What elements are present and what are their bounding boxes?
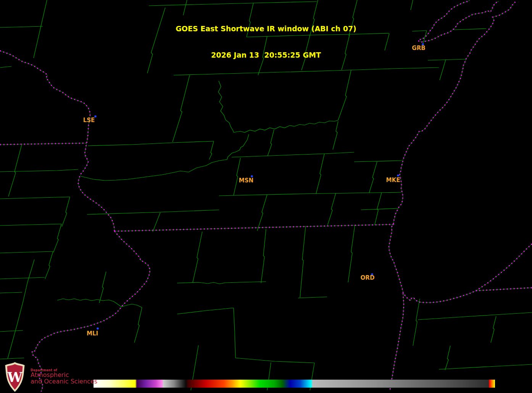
title-line1: GOES East Shortwave IR window (ABI ch 07…: [0, 24, 532, 33]
map-boundary-line: [257, 195, 267, 231]
station-marker-mli: MLI: [87, 327, 99, 337]
map-boundary-line: [338, 70, 351, 120]
map-boundary-line: [193, 232, 202, 282]
station-label: MSN: [239, 177, 253, 184]
map-boundary-line: [81, 134, 249, 180]
map-boundary-line: [348, 225, 355, 282]
map-boundary-line: [0, 51, 114, 231]
svg-text:W: W: [7, 369, 23, 385]
map-boundary-line: [298, 297, 327, 298]
map-boundary-line: [0, 277, 45, 279]
station-dot: [397, 174, 399, 177]
station-label: MLI: [87, 330, 98, 337]
satellite-image-viewport: GRBLSEMSNMKEORDMLI GOES East Shortwave I…: [0, 0, 532, 393]
map-boundary-line: [153, 213, 160, 232]
title-line2: 2026 Jan 13 20:55:25 GMT: [0, 51, 532, 60]
map-boundary-line: [327, 193, 336, 225]
map-boundary-line: [235, 358, 314, 363]
map-boundary-line: [300, 226, 306, 298]
map-boundary-line: [439, 364, 532, 369]
map-boundary-line: [209, 141, 214, 159]
map-boundary-line: [134, 308, 142, 343]
map-boundary-line: [0, 358, 24, 359]
station-label: LSE: [83, 117, 95, 124]
map-boundary-line: [0, 197, 70, 199]
map-boundary-line: [268, 130, 274, 156]
map-boundary-line: [57, 299, 142, 308]
map-boundary-line: [149, 2, 317, 6]
map-boundary-line: [177, 308, 234, 314]
temperature-colorbar: [94, 380, 495, 388]
map-boundary-line: [261, 229, 266, 283]
station-label: MKE: [386, 177, 400, 184]
map-boundary-line: [0, 51, 114, 231]
map-boundary-line: [333, 121, 338, 150]
map-boundary-line: [316, 154, 324, 194]
station-dot: [97, 327, 99, 330]
map-boundary-line: [45, 251, 53, 279]
image-title: GOES East Shortwave IR window (ABI ch 07…: [0, 7, 532, 77]
station-marker-lse: LSE: [83, 115, 97, 124]
map-boundary-line: [418, 312, 532, 320]
map-boundary-line: [361, 208, 398, 210]
map-boundary-line: [375, 193, 382, 225]
map-boundary-line: [88, 141, 214, 146]
map-boundary-line: [232, 152, 354, 157]
map-boundary-line: [218, 81, 234, 132]
map-boundary-line: [62, 197, 70, 227]
map-boundary-line: [172, 75, 190, 142]
map-boundary-line: [8, 259, 34, 359]
map-boundary-line: [219, 192, 401, 196]
map-boundary-line: [390, 293, 404, 390]
map-boundary-line: [369, 162, 377, 193]
map-boundary-line: [99, 272, 106, 303]
logo-name-line2: and Oceanic Sciences: [31, 379, 97, 385]
uw-aos-logo: W Department of Atmospheric and Oceanic …: [3, 362, 97, 392]
logo-text: Department of Atmospheric and Oceanic Sc…: [31, 369, 97, 385]
map-boundary-line: [354, 161, 402, 162]
map-boundary-line: [491, 316, 496, 343]
station-marker-ord: ORD: [361, 273, 375, 281]
map-boundary-line: [8, 145, 22, 196]
station-label: ORD: [361, 274, 375, 281]
map-boundary-line: [0, 143, 86, 145]
map-boundary-line: [0, 169, 78, 172]
uw-crest-icon: W: [3, 362, 27, 392]
map-boundary-line: [445, 346, 450, 370]
map-boundary-line: [53, 224, 61, 252]
map-boundary-line: [177, 282, 266, 284]
map-boundary-line: [0, 224, 61, 225]
station-markers: GRBLSEMSNMKEORDMLI: [83, 43, 426, 337]
map-boundary-line: [0, 330, 23, 332]
map-boundary-line: [0, 292, 22, 293]
map-boundary-line: [234, 158, 240, 195]
station-marker-mke: MKE: [386, 174, 400, 184]
map-boundary-line: [390, 293, 404, 390]
station-marker-msn: MSN: [239, 175, 253, 184]
map-boundary-line: [234, 308, 235, 358]
map-boundary-line: [234, 120, 338, 132]
map-boundary-line: [0, 251, 53, 253]
map-boundary-line: [413, 299, 420, 346]
